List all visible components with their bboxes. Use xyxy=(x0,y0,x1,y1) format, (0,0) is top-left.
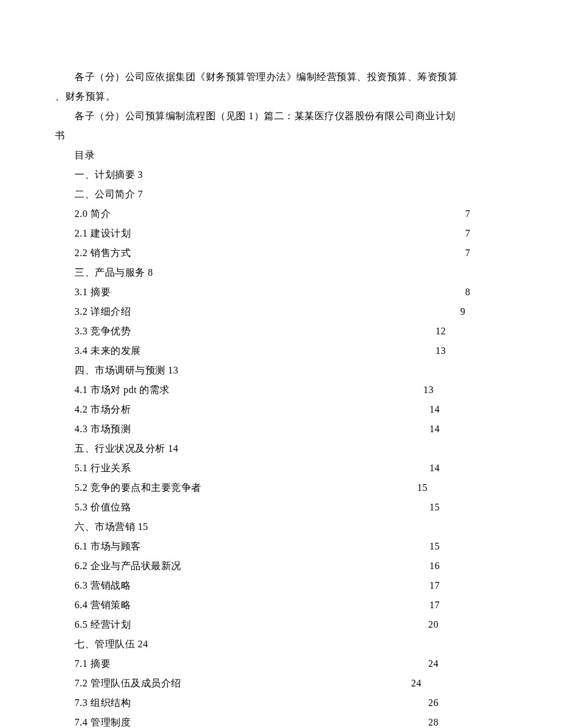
toc-page: 9 xyxy=(461,302,508,322)
toc-label: 6.1 市场与顾客 xyxy=(75,537,141,556)
toc-row: 5.3 价值位臵 15 xyxy=(55,498,507,517)
toc-label: 6.5 经营计划 xyxy=(75,615,131,634)
toc-row: 7.4 管理制度 28 xyxy=(55,713,507,728)
toc-page: 14 xyxy=(429,458,507,478)
toc-title: 目录 xyxy=(55,145,507,165)
toc-row: 4.3 市场预测 14 xyxy=(55,419,507,439)
toc-page: 15 xyxy=(429,498,507,517)
toc-page: 16 xyxy=(429,556,507,576)
document-body: 各子（分）公司应依据集团《财务预算管理办法》编制经营预算、投资预算、筹资预算 、… xyxy=(55,67,507,728)
toc-page: 8 xyxy=(465,282,508,302)
toc-row: 5.2 竞争的要点和主要竞争者 15 xyxy=(55,478,507,498)
toc-label: 4.1 市场对 pdt 的需求 xyxy=(75,380,170,400)
toc-label: 7.3 组织结构 xyxy=(75,693,131,713)
toc-row: 3.2 详细介绍 9 xyxy=(55,302,507,322)
paragraph-2-cont: 书 xyxy=(55,126,507,145)
toc-row: 6.5 经营计划 20 xyxy=(55,615,507,634)
toc-label: 6.3 营销战略 xyxy=(75,576,131,595)
toc-section-2: 二、公司简介 7 xyxy=(55,185,507,204)
toc-label: 2.0 简介 xyxy=(75,204,111,224)
toc-label: 5.3 价值位臵 xyxy=(75,498,131,517)
toc-row: 7.1 摘要 24 xyxy=(55,654,507,674)
toc-label: 7.2 管理队伍及成员介绍 xyxy=(75,674,181,693)
toc-label: 5.2 竞争的要点和主要竞争者 xyxy=(75,478,202,498)
toc-page: 15 xyxy=(417,478,507,498)
toc-section-7: 七、管理队伍 24 xyxy=(55,634,507,654)
toc-section-5: 五、行业状况及分析 14 xyxy=(55,439,507,458)
toc-section-1: 一、计划摘要 3 xyxy=(55,165,507,185)
toc-row: 3.3 竞争优势 12 xyxy=(55,322,507,341)
toc-page: 14 xyxy=(429,400,507,419)
toc-label: 3.2 详细介绍 xyxy=(75,302,131,322)
toc-row: 2.2 销售方式 7 xyxy=(55,243,507,263)
toc-label: 6.4 营销策略 xyxy=(75,595,131,615)
toc-label: 7.1 摘要 xyxy=(75,654,111,674)
toc-row: 6.3 营销战略 17 xyxy=(55,576,507,595)
toc-label: 2.1 建设计划 xyxy=(75,224,131,243)
toc-page: 24 xyxy=(428,654,507,674)
toc-row: 6.1 市场与顾客 15 xyxy=(55,537,507,556)
toc-row: 4.1 市场对 pdt 的需求 13 xyxy=(55,380,507,400)
paragraph-2: 各子（分）公司预算编制流程图（见图 1）篇二：某某医疗仪器股份有限公司商业计划 xyxy=(55,106,507,126)
toc-section-4: 四、市场调研与预测 13 xyxy=(55,361,507,380)
toc-row: 2.1 建设计划 7 xyxy=(55,224,507,243)
toc-page: 12 xyxy=(436,322,507,341)
toc-row: 3.1 摘要 8 xyxy=(55,282,507,302)
toc-page: 17 xyxy=(429,595,507,615)
toc-label: 5.1 行业关系 xyxy=(75,458,131,478)
toc-row: 2.0 简介 7 xyxy=(55,204,507,224)
toc-page: 28 xyxy=(428,713,507,728)
toc-label: 4.2 市场分析 xyxy=(75,400,131,419)
toc-row: 5.1 行业关系 14 xyxy=(55,458,507,478)
toc-label: 2.2 销售方式 xyxy=(75,243,131,263)
toc-label: 6.2 企业与产品状最新况 xyxy=(75,556,181,576)
toc-label: 3.3 竞争优势 xyxy=(75,322,131,341)
toc-page: 17 xyxy=(429,576,507,595)
toc-label: 7.4 管理制度 xyxy=(75,713,131,728)
toc-page: 15 xyxy=(429,537,507,556)
toc-row: 7.3 组织结构 26 xyxy=(55,693,507,713)
toc-row: 4.2 市场分析 14 xyxy=(55,400,507,419)
toc-page: 24 xyxy=(411,674,507,693)
toc-page: 14 xyxy=(429,419,507,439)
toc-label: 3.1 摘要 xyxy=(75,282,111,302)
toc-section-6: 六、市场营销 15 xyxy=(55,517,507,537)
toc-row: 6.2 企业与产品状最新况 16 xyxy=(55,556,507,576)
toc-row: 7.2 管理队伍及成员介绍 24 xyxy=(55,674,507,693)
toc-page: 20 xyxy=(428,615,507,634)
toc-section-3: 三、产品与服务 8 xyxy=(55,263,507,282)
toc-row: 3.4 未来的发展 13 xyxy=(55,341,507,361)
toc-row: 6.4 营销策略 17 xyxy=(55,595,507,615)
toc-page: 7 xyxy=(465,204,508,224)
paragraph-1-cont: 、财务预算。 xyxy=(55,87,507,106)
toc-page: 13 xyxy=(436,341,507,361)
toc-page: 7 xyxy=(465,224,508,243)
toc-label: 4.3 市场预测 xyxy=(75,419,131,439)
paragraph-1: 各子（分）公司应依据集团《财务预算管理办法》编制经营预算、投资预算、筹资预算 xyxy=(55,67,507,87)
toc-page: 7 xyxy=(465,243,508,263)
toc-label: 3.4 未来的发展 xyxy=(75,341,141,361)
toc-page: 13 xyxy=(423,380,507,400)
toc-page: 26 xyxy=(428,693,507,713)
